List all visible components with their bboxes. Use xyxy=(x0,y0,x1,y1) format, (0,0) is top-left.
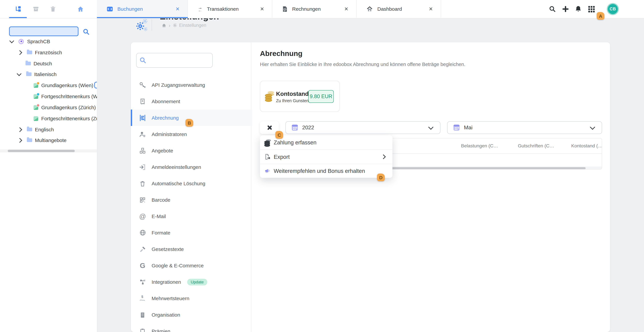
settings-item-label: Administratoren xyxy=(152,131,187,137)
settings-item-label: Organisation xyxy=(152,312,180,318)
settings-item-mehrwertsteuern[interactable]: $ Mehrwertsteuern xyxy=(131,290,251,307)
home-icon[interactable] xyxy=(77,6,84,12)
settings-item-label: Angebote xyxy=(152,148,173,154)
settings-item-label: E-Mail xyxy=(152,213,166,219)
menu-item-weiterempfehlen[interactable]: Weiterempfehlen und Bonus erhalten xyxy=(260,164,392,178)
settings-item-integrationen[interactable]: Integrationen Update xyxy=(131,274,251,290)
tab-close-icon[interactable]: × xyxy=(344,6,348,12)
avatar-initials: CB xyxy=(608,4,618,14)
tree-item-label: Französisch xyxy=(35,50,62,55)
chevron-right-icon[interactable] xyxy=(18,138,22,143)
settings-search-icon xyxy=(139,57,146,64)
settings-item-label: Prämien xyxy=(152,328,170,332)
tree-item-englisch[interactable]: Englisch xyxy=(0,125,97,134)
tree-item-italienisch[interactable]: Italienisch xyxy=(0,70,97,79)
invoice-icon xyxy=(282,6,288,12)
svg-text:$: $ xyxy=(142,295,143,298)
settings-item-abonnement[interactable]: Abonnement xyxy=(131,93,251,110)
clipboard-icon xyxy=(139,328,146,332)
tree-item-fortgeschrittenenkurs-wien[interactable]: Fortgeschrittenenkurs (W xyxy=(0,92,97,101)
settings-card: API Zugangsverwaltung Abonnement Abrechn… xyxy=(131,42,610,332)
tree-search-input[interactable] xyxy=(9,26,78,36)
course-cube-icon xyxy=(34,116,38,121)
year-dropdown-value: 2022 xyxy=(302,125,429,131)
active-tool-underline xyxy=(9,17,27,18)
balance-card: Kontostand: Zu Ihren Gunsten 9.80 EUR xyxy=(260,81,340,112)
status-dot-orange xyxy=(36,82,40,85)
tree-item-franzoesisch[interactable]: Französisch xyxy=(0,48,97,57)
tree-item-multiangebote[interactable]: Multiangebote xyxy=(0,136,97,145)
tree-item-grundlagenkurs-wien[interactable]: Grundlagenkurs (Wien) xyxy=(0,81,97,90)
app-root: Einstellungen › Einstellungen API Zugang… xyxy=(0,0,644,332)
settings-search-input[interactable] xyxy=(136,53,213,68)
cubes-icon xyxy=(139,147,146,154)
billing-heading: Abrechnung xyxy=(260,50,302,58)
balance-amount-button[interactable]: 9.80 EUR xyxy=(308,90,334,103)
month-dropdown[interactable]: Mai xyxy=(447,121,602,134)
settings-item-email[interactable]: @ E-Mail xyxy=(131,208,251,224)
chevron-down-icon[interactable] xyxy=(10,38,14,43)
receipt-icon xyxy=(139,98,146,105)
tree-item-grundlagenkurs-zuerich[interactable]: Grundlagenkurs (Zürich) xyxy=(0,103,97,112)
col-gutschriften: Gutschriften (C… xyxy=(518,143,554,149)
tree-view-icon[interactable] xyxy=(15,6,22,12)
settings-item-formate[interactable]: Formate xyxy=(131,224,251,241)
settings-menu-divider xyxy=(251,42,251,332)
tab-label: Buchungen xyxy=(118,6,170,12)
breadcrumb-separator: › xyxy=(169,22,170,28)
status-dot-cyan xyxy=(36,93,40,96)
archive-icon[interactable] xyxy=(32,6,39,12)
trash-icon xyxy=(139,180,146,187)
notifications-bell-icon[interactable] xyxy=(574,5,582,13)
settings-item-automatische-loeschung[interactable]: Automatische Löschung xyxy=(131,175,251,192)
sidebar-scrollbar-thumb[interactable] xyxy=(8,150,75,152)
tree-item-sprachcb[interactable]: SprachCB xyxy=(0,37,97,46)
avatar[interactable]: CB xyxy=(607,3,619,15)
breadcrumb-gear-icon xyxy=(173,23,177,27)
tab-close-icon[interactable]: × xyxy=(176,6,180,12)
organization-icon xyxy=(18,39,24,44)
settings-item-barcode[interactable]: Barcode xyxy=(131,192,251,208)
tree-item-fortgeschrittenenkurs-zuerich[interactable]: Fortgeschrittenenkurs (Zu xyxy=(0,114,97,123)
gavel-icon xyxy=(139,245,146,253)
breadcrumb-home-icon[interactable] xyxy=(162,23,166,28)
chevron-right-icon[interactable] xyxy=(18,50,22,55)
settings-item-organisation[interactable]: Organisation xyxy=(131,307,251,323)
tree-search-icon[interactable] xyxy=(82,28,90,35)
tree-item-deutsch[interactable]: Deutsch xyxy=(0,59,97,68)
year-dropdown[interactable]: 2022 xyxy=(286,121,440,134)
folder-icon xyxy=(27,51,32,54)
course-cube-icon xyxy=(34,94,38,99)
settings-item-api[interactable]: API Zugangsverwaltung xyxy=(131,77,251,93)
search-icon[interactable] xyxy=(549,5,556,13)
tab-transaktionen[interactable]: →← Transaktionen × xyxy=(188,0,272,18)
tree-item-label: Deutsch xyxy=(34,61,52,66)
settings-item-label: Abrechnung xyxy=(152,115,179,121)
tab-close-icon[interactable]: × xyxy=(429,6,433,12)
settings-gear-small-icon-2 xyxy=(143,27,148,31)
tab-close-icon[interactable]: × xyxy=(260,6,264,12)
chevron-right-icon[interactable] xyxy=(18,127,22,132)
at-sign-icon: @ xyxy=(139,213,146,220)
settings-item-angebote[interactable]: Angebote xyxy=(131,142,251,159)
tab-rechnungen[interactable]: Rechnungen × xyxy=(272,0,356,18)
tree-item-label: Grundlagenkurs (Wien) xyxy=(41,82,93,88)
settings-item-label: Abonnement xyxy=(152,99,180,104)
folder-icon xyxy=(26,62,31,65)
tab-dashboard[interactable]: Dashboard × xyxy=(356,0,441,18)
trash-icon[interactable] xyxy=(50,6,56,12)
tree-item-label: Fortgeschrittenenkurs (Zu xyxy=(41,116,97,121)
tree-item-label: Englisch xyxy=(35,127,54,132)
settings-item-administratoren[interactable]: Administratoren xyxy=(131,126,251,142)
settings-item-google-ecommerce[interactable]: G Google & E-Commerce xyxy=(131,257,251,274)
settings-item-anmeldeeinstellungen[interactable]: Anmeldeeinstellungen xyxy=(131,159,251,175)
login-arrow-icon xyxy=(139,163,146,171)
chevron-down-icon[interactable] xyxy=(17,71,22,76)
apps-grid-icon[interactable] xyxy=(588,6,596,13)
settings-item-gesetzestexte[interactable]: Gesetzestexte xyxy=(131,241,251,257)
tab-buchungen[interactable]: Buchungen × xyxy=(97,0,188,18)
billing-subtitle: Hier erhalten Sie Einblicke in Ihre edoo… xyxy=(260,62,466,67)
settings-item-praemien[interactable]: Prämien xyxy=(131,323,251,332)
admin-user-icon xyxy=(139,131,146,138)
menu-item-export[interactable]: Export xyxy=(260,150,392,164)
